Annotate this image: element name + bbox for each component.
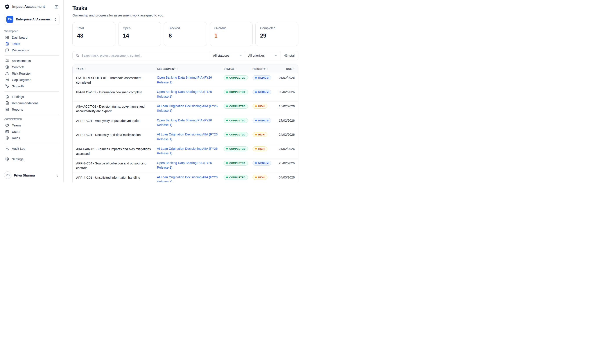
sidebar-item-discussions[interactable]: Discussions [4,47,59,53]
table-row: APP-3-C04 - Source of collection and out… [73,159,298,173]
priority-filter-select[interactable]: All priorities [245,51,280,60]
workspace-avatar: EA [6,16,13,23]
due-date: 16/02/2026 [279,104,295,108]
sidebar-item-label: Recommendations [12,101,38,105]
page-subtitle: Ownership and progress for assessment wo… [72,13,298,17]
status-cell: COMPLETED [224,146,250,151]
priority-badge: HIGH [253,146,267,151]
table-body: PIA-THRESHOLD-01 - Threshold assessment … [73,73,298,182]
priority-cell: MEDIUM [253,118,274,123]
workspace-selector[interactable]: EA Enterprise AI Assuranc... [4,14,59,25]
priority-filter-value: All priorities [248,54,265,57]
status-dot-icon [226,162,228,164]
status-cell: COMPLETED [224,161,250,165]
column-header-priority[interactable]: Priority↑ [253,67,274,70]
settings-icon [5,157,9,161]
sidebar-collapse-button[interactable] [54,4,59,10]
assessment-link[interactable]: Open Banking Data Sharing PIA (FY26 Rele… [157,118,221,128]
user-menu-button[interactable] [56,173,59,177]
table-row: AIIA-FAIR-01 - Fairness impacts and bias… [73,144,298,159]
stat-value: 8 [169,32,202,39]
status-filter-select[interactable]: All statuses [210,51,245,60]
status-badge: COMPLETED [224,90,248,94]
priority-dot-icon [255,105,257,107]
sidebar-item-teams[interactable]: Teams [4,122,59,129]
due-date: 24/02/2026 [279,132,295,136]
assessment-link[interactable]: AI Loan Origination Decisioning AIIA (FY… [157,175,221,182]
assessment-cell: AI Loan Origination Decisioning AIIA (FY… [157,132,221,142]
tasks-icon [5,42,9,46]
priority-badge: MEDIUM [253,75,271,80]
table-row: PIA-FLOW-01 - Information flow map compl… [73,87,298,102]
workspace-name: Enterprise AI Assuranc... [16,18,51,21]
sidebar-item-label: Teams [12,124,21,127]
priority-cell: MEDIUM [253,161,274,165]
column-header-due[interactable]: Due↑ [276,67,295,70]
sidebar-item-contacts[interactable]: Contacts [4,64,59,70]
sidebar-item-risk-register[interactable]: Risk Register [4,70,59,77]
status-badge: COMPLETED [224,118,248,123]
column-header-status[interactable]: Status↑ [224,67,250,70]
user-row: PS Priya Sharma [4,169,59,179]
column-header-task[interactable]: Task↑ [76,67,154,70]
sidebar-divider [4,143,59,143]
sidebar-item-users[interactable]: Users [4,129,59,135]
assessment-link[interactable]: AI Loan Origination Decisioning AIIA (FY… [157,146,221,156]
assessment-link[interactable]: Open Banking Data Sharing PIA (FY26 Rele… [157,90,221,99]
sidebar-item-label: Findings [12,95,24,99]
task-title: PIA-FLOW-01 - Information flow map compl… [76,90,154,95]
sidebar-item-gap-register[interactable]: Gap Register [4,77,59,83]
sidebar-nav: Workspace Dashboard Tasks Discussions As… [4,29,59,169]
sidebar-item-assessments[interactable]: Assessments [4,58,59,64]
user-avatar: PS [4,171,12,179]
status-badge: COMPLETED [224,104,248,109]
task-title: AIIA-ACCT-01 - Decision rights, governan… [76,104,154,114]
assessment-link[interactable]: Open Banking Data Sharing PIA (FY26 Rele… [157,161,221,170]
priority-badge: HIGH [253,132,267,137]
column-header-assessment[interactable]: Assessment↑ [157,67,221,70]
status-badge: COMPLETED [224,132,248,137]
sidebar-item-label: Assessments [12,59,31,63]
sidebar-header: Impact Assessment [4,3,59,10]
sidebar-item-label: Discussions [12,48,29,52]
status-badge: COMPLETED [224,175,248,180]
sidebar-item-label: Gap Register [12,78,31,82]
sidebar-item-reports[interactable]: Reports [4,106,59,113]
assessment-cell: AI Loan Origination Decisioning AIIA (FY… [157,175,221,182]
status-dot-icon [226,134,228,135]
priority-badge: MEDIUM [253,118,271,123]
dashboard-icon [5,35,9,39]
sidebar-item-dashboard[interactable]: Dashboard [4,34,59,41]
search-input[interactable] [81,54,207,57]
sidebar-item-label: Sign-offs [12,84,24,88]
sidebar-item-audit-log[interactable]: Audit Log [4,145,59,152]
assessment-link[interactable]: Open Banking Data Sharing PIA (FY26 Rele… [157,75,221,85]
due-date: 25/02/2026 [279,161,295,165]
sidebar-item-roles[interactable]: Roles [4,135,59,141]
task-title: AIIA-FAIR-01 - Fairness impacts and bias… [76,146,154,156]
table-row: PIA-THRESHOLD-01 - Threshold assessment … [73,73,298,87]
status-filter-value: All statuses [213,54,229,57]
priority-cell: HIGH [253,104,274,109]
stat-value: 29 [260,32,294,39]
sidebar-item-label: Reports [12,108,23,111]
assessment-cell: Open Banking Data Sharing PIA (FY26 Rele… [157,161,221,170]
assessment-link[interactable]: AI Loan Origination Decisioning AIIA (FY… [157,132,221,142]
priority-dot-icon [255,120,257,121]
sidebar-item-settings[interactable]: Settings [4,156,59,162]
assessment-link[interactable]: AI Loan Origination Decisioning AIIA (FY… [157,104,221,114]
sidebar-item-recommendations[interactable]: Recommendations [4,100,59,106]
priority-badge: MEDIUM [253,161,271,165]
sidebar-item-sign-offs[interactable]: Sign-offs [4,83,59,89]
sidebar-item-label: Contacts [12,65,24,69]
sidebar-item-tasks[interactable]: Tasks [4,41,59,47]
due-date: 01/02/2026 [279,75,295,80]
sidebar-item-label: Roles [12,136,20,140]
priority-badge: HIGH [253,104,267,109]
main-content: Tasks Ownership and progress for assessm… [64,0,302,182]
sidebar-divider [4,154,59,154]
assessment-cell: Open Banking Data Sharing PIA (FY26 Rele… [157,118,221,128]
sidebar-item-findings[interactable]: Findings [4,94,59,100]
app-root: Impact Assessment EA Enterprise AI Assur… [0,0,302,182]
stat-card-blocked: Blocked 8 [164,22,207,46]
